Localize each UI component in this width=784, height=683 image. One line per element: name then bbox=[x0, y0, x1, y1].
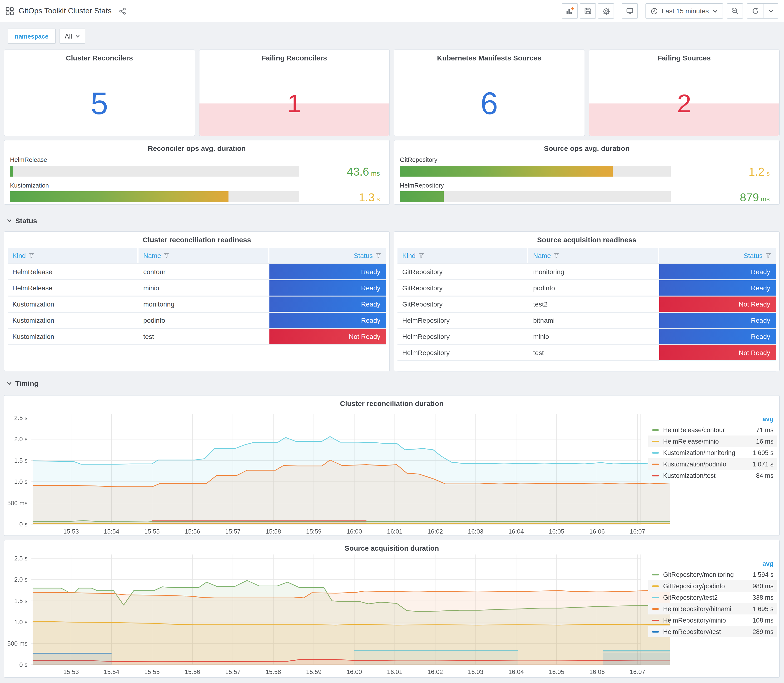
filter-icon[interactable] bbox=[418, 253, 424, 258]
legend-item[interactable]: GitRepository/podinfo980 ms bbox=[648, 580, 778, 592]
chart-title[interactable]: Cluster reconciliation duration bbox=[4, 399, 779, 407]
filter-icon[interactable] bbox=[554, 253, 560, 258]
table-cell: monitoring bbox=[528, 264, 658, 279]
svg-text:15:59: 15:59 bbox=[306, 668, 322, 675]
column-header-name[interactable]: Name bbox=[528, 248, 658, 263]
legend-series-avg: 71 ms bbox=[756, 426, 774, 433]
legend-item[interactable]: GitRepository/test2338 ms bbox=[648, 592, 778, 603]
gauge-bar bbox=[400, 191, 443, 202]
column-header-kind[interactable]: Kind bbox=[8, 248, 137, 263]
legend-series-avg: 1.071 s bbox=[752, 460, 774, 468]
variable-label[interactable]: namespace bbox=[8, 29, 56, 44]
table-row: GitRepositorymonitoringReady bbox=[398, 264, 776, 279]
legend-item[interactable]: HelmRelease/contour71 ms bbox=[648, 424, 778, 436]
legend-series-swatch bbox=[652, 441, 659, 442]
gauge-panel-title[interactable]: Source ops avg. duration bbox=[394, 144, 779, 152]
cycle-view-button[interactable] bbox=[622, 3, 638, 19]
gauge-bar bbox=[10, 166, 13, 176]
svg-text:15:55: 15:55 bbox=[144, 528, 160, 535]
gauge-panel-title[interactable]: Reconciler ops avg. duration bbox=[4, 144, 390, 152]
status-cell: Ready bbox=[269, 297, 386, 312]
table-panel-title[interactable]: Cluster reconciliation readiness bbox=[4, 236, 390, 244]
legend-item[interactable]: Kustomization/test84 ms bbox=[648, 470, 778, 481]
svg-text:2.0 s: 2.0 s bbox=[14, 436, 27, 443]
legend-series-avg: 289 ms bbox=[752, 628, 774, 635]
filter-icon[interactable] bbox=[29, 253, 34, 258]
table-row: KustomizationpodinfoReady bbox=[8, 313, 386, 328]
share-icon[interactable] bbox=[119, 7, 127, 14]
legend-item[interactable]: HelmRepository/bitnami1.695 s bbox=[648, 603, 778, 614]
legend-item[interactable]: HelmRepository/minio108 ms bbox=[648, 614, 778, 626]
svg-text:16:02: 16:02 bbox=[428, 528, 443, 535]
time-range-label: Last 15 minutes bbox=[662, 7, 709, 15]
gauge-label: GitRepository bbox=[400, 156, 438, 163]
stat-panel-title[interactable]: Kubernetes Manifests Sources bbox=[394, 54, 584, 62]
gauge-label: Kustomization bbox=[10, 182, 49, 189]
refresh-interval-dropdown[interactable] bbox=[764, 4, 778, 18]
status-cell: Not Ready bbox=[659, 297, 776, 312]
svg-text:15:56: 15:56 bbox=[185, 528, 200, 535]
legend-series-name: HelmRepository/test bbox=[663, 628, 721, 635]
legend-item[interactable]: Kustomization/podinfo1.071 s bbox=[648, 459, 778, 470]
stat-panel-title[interactable]: Failing Sources bbox=[589, 54, 779, 62]
column-header-kind[interactable]: Kind bbox=[398, 248, 527, 263]
filter-icon[interactable] bbox=[765, 253, 771, 258]
legend-item[interactable]: HelmRelease/minio16 ms bbox=[648, 436, 778, 447]
stat-panel-title[interactable]: Failing Reconcilers bbox=[199, 54, 390, 62]
legend-series-name: HelmRelease/minio bbox=[663, 438, 719, 445]
navbar: GitOps Toolkit Cluster Stats Last 15 min… bbox=[0, 0, 784, 22]
gauge-track bbox=[400, 191, 671, 202]
legend-series-avg: 84 ms bbox=[756, 472, 774, 479]
legend-item[interactable]: HelmRepository/test289 ms bbox=[648, 626, 778, 637]
column-header-name[interactable]: Name bbox=[138, 248, 268, 263]
legend-series-swatch bbox=[652, 463, 659, 465]
settings-icon[interactable] bbox=[598, 3, 614, 19]
legend-item[interactable]: Kustomization/monitoring1.605 s bbox=[648, 447, 778, 459]
table-header-row: KindNameStatus bbox=[398, 248, 776, 263]
table-cell: HelmRelease bbox=[8, 264, 137, 279]
gauge-track bbox=[10, 166, 299, 176]
add-panel-button[interactable] bbox=[562, 3, 578, 19]
stats-row: Cluster Reconcilers5Failing Reconcilers1… bbox=[4, 50, 780, 136]
table-panel: Source acquisition readinessKindNameStat… bbox=[394, 231, 780, 371]
legend-series-avg: 1.594 s bbox=[752, 571, 774, 578]
dashboard-grid-icon bbox=[6, 7, 14, 15]
save-dashboard-button[interactable] bbox=[580, 3, 596, 19]
legend-series-swatch bbox=[652, 429, 659, 431]
legend-avg-header: avg bbox=[648, 414, 778, 424]
section-timing[interactable]: Timing bbox=[6, 379, 38, 388]
svg-text:0 s: 0 s bbox=[19, 661, 27, 668]
refresh-icon[interactable] bbox=[747, 4, 763, 18]
table-row: GitRepositorypodinfoReady bbox=[398, 281, 776, 295]
svg-text:500 ms: 500 ms bbox=[7, 500, 27, 507]
svg-text:16:04: 16:04 bbox=[508, 528, 524, 535]
chart-legend: avgHelmRelease/contour71 msHelmRelease/m… bbox=[648, 414, 778, 481]
chart-title[interactable]: Source acquisition duration bbox=[4, 544, 779, 552]
refresh-control[interactable] bbox=[747, 3, 778, 19]
filter-icon[interactable] bbox=[375, 253, 381, 258]
legend-series-avg: 980 ms bbox=[752, 582, 774, 590]
stat-panel-title[interactable]: Cluster Reconcilers bbox=[4, 54, 194, 62]
legend-item[interactable]: GitRepository/monitoring1.594 s bbox=[648, 569, 778, 580]
table-cell: HelmRepository bbox=[398, 329, 527, 344]
table-row: KustomizationtestNot Ready bbox=[8, 329, 386, 344]
legend-series-swatch bbox=[652, 608, 659, 609]
gauge-value: 43.6ms bbox=[347, 165, 380, 178]
legend-series-swatch bbox=[652, 631, 659, 632]
legend-series-name: Kustomization/podinfo bbox=[663, 460, 726, 468]
zoom-out-button[interactable] bbox=[727, 3, 743, 19]
section-status[interactable]: Status bbox=[6, 216, 37, 224]
table-panel-title[interactable]: Source acquisition readiness bbox=[394, 236, 779, 244]
legend-series-name: GitRepository/monitoring bbox=[663, 571, 734, 578]
time-range-picker[interactable]: Last 15 minutes bbox=[646, 3, 723, 19]
table-panel: Cluster reconciliation readinessKindName… bbox=[4, 231, 390, 371]
column-header-status[interactable]: Status bbox=[269, 248, 386, 263]
status-cell: Not Ready bbox=[659, 345, 776, 360]
variables-bar: namespace All bbox=[8, 29, 85, 44]
variable-value-dropdown[interactable]: All bbox=[59, 29, 85, 44]
column-header-status[interactable]: Status bbox=[659, 248, 776, 263]
filter-icon[interactable] bbox=[164, 253, 170, 258]
svg-text:15:57: 15:57 bbox=[225, 528, 240, 535]
gauge-value: 1.2s bbox=[749, 165, 770, 178]
gauge-track bbox=[10, 191, 299, 202]
